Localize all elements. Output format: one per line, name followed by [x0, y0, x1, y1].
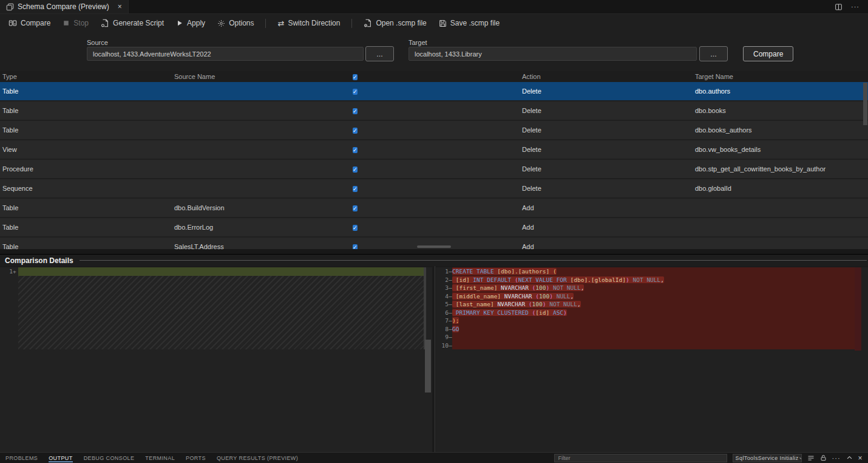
row-action: Add: [522, 243, 695, 249]
added-line: [18, 267, 424, 276]
save-scmp-button[interactable]: Save .scmp file: [433, 16, 506, 30]
play-icon: [176, 19, 183, 27]
row-source-name: SalesLT.Address: [174, 243, 348, 249]
switch-direction-button[interactable]: ⇄ Switch Direction: [271, 16, 346, 30]
open-output-in-editor-icon[interactable]: [807, 454, 815, 462]
row-include-checkbox[interactable]: [353, 128, 358, 134]
source-browse-button[interactable]: …: [365, 46, 394, 61]
row-include-checkbox[interactable]: [353, 108, 358, 114]
save-icon: [439, 19, 447, 27]
row-action: Delete: [522, 146, 695, 153]
row-type: Procedure: [0, 165, 174, 173]
tab-problems[interactable]: PROBLEMS: [0, 453, 43, 463]
horizontal-splitter[interactable]: [0, 249, 868, 254]
source-input[interactable]: [87, 47, 364, 61]
editor-tab-bar: Schema Compare (Preview) × ···: [0, 0, 868, 14]
title-rule: [80, 260, 867, 261]
row-target-name: dbo.books: [695, 107, 868, 114]
toolbar-separator: [351, 19, 352, 28]
row-action: Delete: [522, 185, 695, 192]
table-row[interactable]: View Delete dbo.vw_books_details: [0, 140, 868, 160]
header-target-name[interactable]: Target Name: [695, 73, 868, 80]
row-include-checkbox[interactable]: [353, 225, 358, 231]
row-action: Delete: [522, 87, 695, 95]
connection-selectors: Source … Target … Compare: [0, 32, 868, 71]
output-channel-select[interactable]: SqlToolsService Initializ: [733, 454, 802, 462]
grid-scrollbar-thumb[interactable]: [863, 83, 867, 125]
row-action: Delete: [522, 126, 695, 134]
row-type: View: [0, 146, 174, 153]
row-target-name: dbo.globalId: [695, 185, 868, 192]
target-browse-button[interactable]: …: [699, 46, 728, 61]
row-type: Table: [0, 204, 174, 211]
row-type: Table: [0, 224, 174, 231]
header-action[interactable]: Action: [522, 73, 695, 80]
more-actions-icon[interactable]: ···: [851, 3, 860, 10]
row-include-checkbox[interactable]: [353, 244, 358, 250]
compare-button[interactable]: Compare: [2, 16, 56, 30]
open-scmp-button[interactable]: Open .scmp file: [358, 16, 432, 30]
split-editor-icon[interactable]: [835, 3, 843, 11]
comparison-details-title: Comparison Details: [5, 256, 73, 265]
source-diff-pane[interactable]: 1+: [0, 267, 432, 452]
row-target-name: dbo.stp_get_all_cowritten_books_by_autho…: [695, 165, 868, 173]
tab-debug-console[interactable]: DEBUG CONSOLE: [78, 453, 140, 463]
generate-script-button[interactable]: Generate Script: [95, 16, 170, 30]
header-type[interactable]: Type: [0, 73, 174, 80]
swap-arrows-icon: ⇄: [277, 19, 284, 28]
row-include-checkbox[interactable]: [353, 147, 358, 153]
row-action: Add: [522, 224, 695, 231]
header-source-name[interactable]: Source Name: [174, 73, 348, 80]
row-type: Table: [0, 243, 174, 249]
table-row[interactable]: Procedure Delete dbo.stp_get_all_cowritt…: [0, 160, 868, 179]
results-grid-header: Type Source Name Action Target Name: [0, 71, 868, 82]
row-action: Delete: [522, 107, 695, 114]
table-row[interactable]: Sequence Delete dbo.globalId: [0, 179, 868, 199]
lock-icon[interactable]: [820, 454, 827, 461]
options-button[interactable]: Options: [211, 16, 260, 30]
row-target-name: dbo.books_authors: [695, 126, 868, 134]
row-type: Table: [0, 126, 174, 134]
stop-icon: [63, 19, 70, 27]
tab-terminal[interactable]: TERMINAL: [140, 453, 180, 463]
row-include-checkbox[interactable]: [353, 186, 358, 192]
source-scrollbar-thumb[interactable]: [425, 340, 431, 393]
row-type: Table: [0, 107, 174, 114]
row-include-checkbox[interactable]: [353, 205, 358, 211]
target-input[interactable]: [409, 47, 697, 61]
tab-schema-compare[interactable]: Schema Compare (Preview) ×: [0, 0, 129, 13]
target-diff-pane[interactable]: 1–2–3–4–5–6–7–8–9–10– CREATE TABLE [dbo]…: [436, 267, 868, 452]
table-row[interactable]: Table Delete dbo.authors: [0, 82, 868, 101]
row-action: Add: [522, 204, 695, 211]
row-source-name: dbo.BuildVersion: [174, 204, 348, 211]
apply-button[interactable]: Apply: [170, 16, 211, 30]
chevron-up-icon[interactable]: [846, 454, 853, 461]
source-label: Source: [87, 39, 108, 46]
table-row[interactable]: Table dbo.ErrorLog Add: [0, 218, 868, 238]
stop-button[interactable]: Stop: [56, 16, 95, 30]
source-overview-ruler: [424, 267, 426, 349]
tab-output[interactable]: OUTPUT: [43, 453, 78, 463]
more-icon[interactable]: ···: [832, 454, 841, 462]
diff-pane-divider: [435, 266, 435, 452]
row-include-checkbox[interactable]: [353, 166, 358, 173]
row-target-name: dbo.vw_books_details: [695, 146, 868, 153]
table-row[interactable]: Table Delete dbo.books_authors: [0, 121, 868, 140]
tab-query-results[interactable]: QUERY RESULTS (PREVIEW): [211, 453, 303, 463]
close-panel-icon[interactable]: ×: [858, 454, 863, 462]
table-row[interactable]: Table dbo.BuildVersion Add: [0, 199, 868, 218]
tab-close-icon[interactable]: ×: [118, 2, 122, 11]
select-all-checkbox[interactable]: [353, 74, 358, 80]
tab-ports[interactable]: PORTS: [180, 453, 211, 463]
comparison-details-section: Comparison Details 1+ 1–2–3–4–5–6–7–8–9–…: [0, 254, 868, 452]
row-include-checkbox[interactable]: [353, 89, 358, 95]
schema-compare-icon: [8, 19, 17, 27]
table-row[interactable]: Table Delete dbo.books: [0, 101, 868, 121]
compare-action-button[interactable]: Compare: [743, 46, 793, 61]
row-type: Sequence: [0, 185, 174, 192]
row-target-name: dbo.authors: [695, 87, 868, 95]
schema-compare-tab-icon: [6, 3, 14, 11]
output-filter-input[interactable]: [554, 454, 727, 462]
splitter-drag-handle[interactable]: [417, 245, 451, 248]
editor-actions: ···: [835, 0, 868, 13]
